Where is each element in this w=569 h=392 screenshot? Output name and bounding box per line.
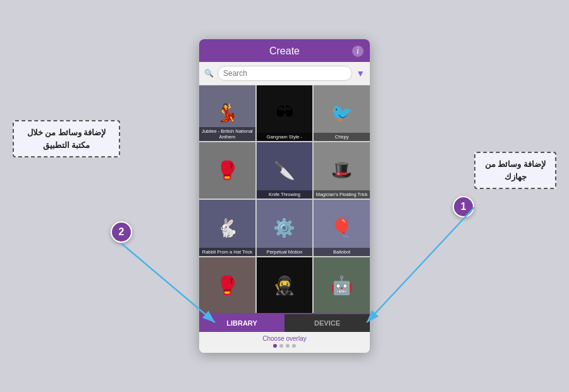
dot-4 (292, 344, 296, 348)
grid-item-icon-row4c: 🤖 (314, 257, 370, 314)
search-bar: 🔍 ▼ (199, 62, 370, 85)
info-icon[interactable]: i (352, 46, 364, 57)
callout-left: لإضافة وسائط من خلال مكتبة التطبيق (13, 120, 120, 157)
svg-line-3 (367, 207, 474, 322)
app-header: Create i (199, 39, 370, 62)
app-title: Create (269, 46, 300, 57)
content-grid: 💃Jubilee - British National Anthem🕶Gangn… (199, 85, 370, 314)
grid-item-label-magician: Magician's Floating Trick (314, 190, 370, 199)
grid-item-rabbit[interactable]: 🐇Rabbit From a Hat Trick (199, 200, 255, 256)
grid-item-icon-row4b: 🥷 (257, 257, 313, 314)
grid-item-row4b[interactable]: 🥷 (257, 257, 313, 314)
grid-item-ballobot[interactable]: 🎈Ballobot (314, 200, 370, 256)
callout-right-text: لإضافة وسائط من جهازك (485, 159, 546, 181)
grid-item-label-ballobot: Ballobot (314, 248, 370, 256)
dot-1 (273, 344, 277, 348)
tab-library[interactable]: LIBRARY (199, 314, 284, 332)
grid-item-label-rabbit: Rabbit From a Hat Trick (199, 248, 255, 256)
grid-item-boxing[interactable]: 🥊 (199, 142, 255, 199)
badge-2: 2 (111, 221, 132, 243)
grid-item-chirpy[interactable]: 🐦Chirpy (314, 85, 370, 142)
page-dots (202, 342, 367, 350)
choose-overlay-section: Choose overlay (199, 332, 370, 353)
grid-item-row4c[interactable]: 🤖 (314, 257, 370, 314)
grid-item-label-perpetual: Perpetual Motion (257, 248, 313, 256)
grid-item-row4a[interactable]: 🥊 (199, 257, 255, 314)
filter-icon[interactable]: ▼ (356, 68, 365, 78)
grid-item-magician[interactable]: 🎩Magician's Floating Trick (314, 142, 370, 199)
search-input[interactable] (217, 66, 352, 81)
callout-right: لإضافة وسائط من جهازك (474, 152, 556, 189)
grid-item-jubilee[interactable]: 💃Jubilee - British National Anthem (199, 85, 255, 142)
grid-item-perpetual[interactable]: ⚙️Perpetual Motion (257, 200, 313, 256)
grid-item-label-chirpy: Chirpy (314, 133, 370, 141)
bottom-tabs: LIBRARY DEVICE (199, 313, 370, 332)
callout-left-text: لإضافة وسائط من خلال مكتبة التطبيق (27, 128, 106, 150)
grid-item-knife[interactable]: 🔪Knife Throwing (257, 142, 313, 199)
page-wrapper: لإضافة وسائط من خلال مكتبة التطبيق لإضاف… (0, 0, 569, 392)
dot-3 (286, 344, 290, 348)
grid-item-label-jubilee: Jubilee - British National Anthem (199, 127, 255, 141)
dot-2 (279, 344, 283, 348)
grid-item-icon-boxing: 🥊 (199, 142, 255, 199)
grid-item-icon-row4a: 🥊 (199, 257, 255, 314)
grid-item-label-gangnam: Gangnam Style - (257, 133, 313, 141)
tab-device[interactable]: DEVICE (284, 314, 370, 332)
grid-item-label-knife: Knife Throwing (257, 190, 313, 199)
choose-overlay-text: Choose overlay (262, 335, 306, 342)
phone-frame: Create i 🔍 ▼ 💃Jubilee - British National… (199, 39, 370, 353)
grid-item-gangnam[interactable]: 🕶Gangnam Style - (257, 85, 313, 142)
search-icon: 🔍 (204, 69, 214, 78)
badge-1: 1 (453, 196, 474, 217)
